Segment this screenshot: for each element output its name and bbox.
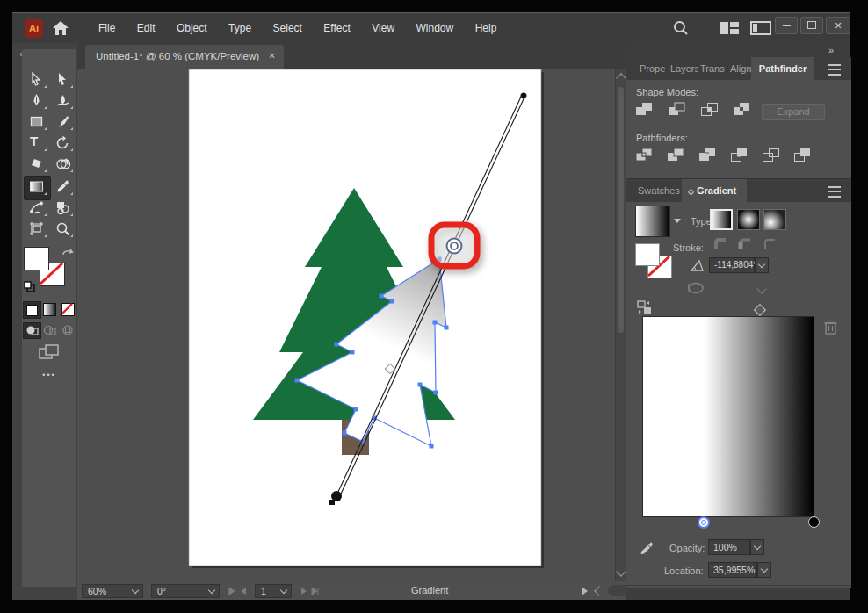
screen-mode-icon[interactable] [39,344,60,364]
intersect-icon[interactable] [699,101,720,120]
trim-icon[interactable] [666,147,687,166]
expand-button[interactable]: Expand [762,104,825,120]
gradient-swatch-dropdown-icon[interactable] [674,219,681,223]
next-last-artboard-icons[interactable] [299,587,323,595]
scroll-up-icon[interactable] [616,73,626,83]
opacity-dropdown[interactable] [750,539,764,555]
curvature-tool[interactable] [52,91,75,111]
tab-pathfinder[interactable]: Pathfinder [751,57,814,80]
canvas-area[interactable] [77,69,626,581]
gradient-angle-dropdown[interactable] [755,257,769,273]
crop-icon[interactable] [729,147,750,166]
selection-tool[interactable] [25,70,48,90]
linear-gradient-type-button[interactable] [710,209,733,230]
gradient-eyedropper-icon[interactable] [639,540,655,559]
gradient-tool[interactable] [25,177,48,197]
arrange-documents-icon[interactable] [719,21,740,39]
document-tab[interactable]: Untitled-1* @ 60 % (CMYK/Preview) ✕ [85,45,284,69]
gradient-swatch-thumbnail[interactable] [635,206,670,237]
tab-transform[interactable]: Trans [700,57,728,80]
status-menu-arrow-icon[interactable] [580,586,589,596]
home-icon[interactable] [51,18,70,41]
merge-icon[interactable] [698,147,719,166]
gradient-stop-black[interactable] [808,516,820,528]
rotation-dropdown[interactable]: 0° [151,584,220,598]
fill-swatch[interactable] [24,247,49,270]
draw-normal-button[interactable] [23,322,41,339]
first-prev-artboard-icons[interactable] [227,587,250,595]
paintbrush-tool[interactable] [52,112,75,132]
draw-behind-button[interactable] [43,324,56,340]
expand-panels-icon[interactable]: » [828,45,834,55]
blend-tool[interactable] [25,198,48,218]
menu-window[interactable]: Window [408,13,463,43]
none-mode-button[interactable] [61,303,75,316]
gradient-midpoint-slider[interactable] [754,304,766,316]
maximize-button[interactable] [800,17,823,34]
stroke-across-icon[interactable] [762,236,779,256]
scroll-left-icon[interactable] [594,586,604,595]
tab-layers[interactable]: Layers [670,57,698,80]
pen-tool[interactable] [25,91,48,111]
shape-builder-tool[interactable] [52,155,75,174]
search-icon[interactable] [671,18,691,41]
artboard-tool[interactable] [25,220,48,239]
gradient-origin-square[interactable] [329,500,335,505]
gradient-midpoint-control[interactable] [447,239,462,254]
divide-icon[interactable] [634,147,655,166]
zoom-tool[interactable] [52,220,75,239]
artboard-number-dropdown[interactable]: 1 [255,584,292,598]
direct-selection-tool[interactable] [52,70,75,90]
menu-file[interactable]: File [90,13,124,43]
minus-back-icon[interactable] [792,147,814,166]
default-fill-stroke-icon[interactable] [24,280,35,296]
gradient-fill-proxy[interactable] [635,243,660,266]
eraser-tool[interactable] [25,155,48,174]
opacity-field[interactable]: 100% [708,539,750,555]
workspace-switcher-icon[interactable] [750,21,771,39]
menu-object[interactable]: Object [168,13,216,43]
illustrator-logo-icon[interactable]: Ai [25,19,43,38]
type-tool[interactable]: T [25,133,48,153]
tab-properties[interactable]: Prope [640,57,668,80]
minimize-button[interactable] [775,17,798,34]
menu-select[interactable]: Select [264,13,311,43]
rotate-tool[interactable] [52,133,75,153]
gradient-angle-field[interactable]: -114,8804° [709,257,755,273]
swap-fill-stroke-icon[interactable] [61,246,74,262]
unite-icon[interactable] [634,101,655,120]
tab-swatches[interactable]: Swatches [638,179,682,202]
location-field[interactable]: 35,9955% [708,562,757,578]
menu-view[interactable]: View [363,13,403,43]
symbol-sprayer-tool[interactable] [52,198,75,218]
menu-type[interactable]: Type [220,13,260,43]
gradient-end-handle[interactable] [521,93,527,99]
menu-effect[interactable]: Effect [315,13,358,43]
draw-inside-button[interactable] [61,324,75,340]
exclude-icon[interactable] [732,101,753,120]
menu-help[interactable]: Help [467,13,506,43]
vertical-scroll-thumb[interactable] [618,87,624,333]
gradient-stop-white-selected[interactable] [698,516,710,529]
zoom-level-dropdown[interactable]: 60% [82,584,143,598]
document-tab-close-icon[interactable]: ✕ [269,51,276,61]
outline-icon[interactable] [761,147,782,166]
pathfinder-panel-menu-icon[interactable] [828,64,841,76]
stroke-along-icon[interactable] [737,236,755,256]
rectangle-tool[interactable] [25,112,48,132]
minus-front-icon[interactable] [667,101,688,120]
color-mode-button[interactable] [23,301,41,319]
tab-gradient[interactable]: ◇Gradient [682,179,747,202]
stroke-within-icon[interactable] [712,236,730,256]
gradient-slider[interactable] [642,316,814,517]
vertical-scrollbar[interactable] [615,69,626,581]
gradient-mode-button[interactable] [43,303,56,316]
menu-edit[interactable]: Edit [128,13,164,43]
gradient-panel-menu-icon[interactable] [828,186,841,198]
edit-toolbar-ellipsis-icon[interactable]: ••• [22,371,76,379]
radial-gradient-type-button[interactable] [737,209,760,230]
fill-stroke-indicator-icon[interactable] [637,300,653,318]
close-button[interactable]: ✕ [826,17,850,34]
freeform-gradient-type-button[interactable] [763,209,786,230]
eyedropper-tool[interactable] [52,177,75,197]
